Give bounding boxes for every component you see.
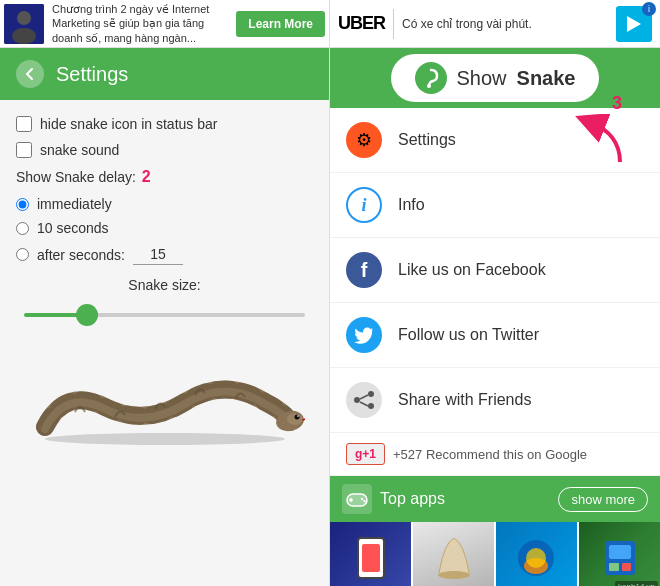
settings-title: Settings	[56, 63, 128, 86]
svg-point-6	[294, 415, 299, 420]
svg-rect-27	[622, 563, 631, 571]
ad-right: UBER Có xe chỉ trong vài phút. i	[330, 0, 660, 47]
snake-sound-checkbox[interactable]	[16, 142, 32, 158]
after-seconds-row: after seconds: 15	[16, 244, 313, 265]
right-panel: Show Snake 3	[330, 48, 660, 586]
svg-point-23	[526, 548, 546, 568]
twitter-menu-label: Follow us on Twitter	[398, 326, 539, 344]
app-thumb-4[interactable]: kenh14.vn	[579, 522, 660, 586]
main-content: Settings hide snake icon in status bar s…	[0, 48, 660, 586]
svg-line-13	[360, 402, 368, 406]
menu-item-info[interactable]: i Info	[330, 173, 660, 238]
snake-label: Snake	[517, 67, 576, 90]
slider-container	[16, 303, 313, 321]
hide-snake-checkbox[interactable]	[16, 116, 32, 132]
after-seconds-radio[interactable]	[16, 248, 29, 261]
app-thumb-3[interactable]	[496, 522, 577, 586]
menu-item-share[interactable]: Share with Friends	[330, 368, 660, 433]
app-thumb-2[interactable]	[413, 522, 494, 586]
menu-item-twitter[interactable]: Follow us on Twitter	[330, 303, 660, 368]
show-label: Show	[457, 67, 507, 90]
svg-rect-17	[349, 499, 353, 501]
show-snake-button[interactable]: Show Snake	[391, 54, 600, 102]
ad-text: Chương trình 2 ngày về Internet Marketin…	[52, 2, 228, 45]
facebook-menu-label: Like us on Facebook	[398, 261, 546, 279]
back-button[interactable]	[16, 60, 44, 88]
uber-text: Có xe chỉ trong vài phút.	[402, 17, 608, 31]
arrow-icon	[570, 114, 630, 164]
twitter-icon	[346, 317, 382, 353]
immediately-row: immediately	[16, 196, 313, 212]
settings-body: hide snake icon in status bar snake soun…	[0, 100, 329, 586]
info-icon: i	[346, 187, 382, 223]
snake-svg	[25, 357, 305, 447]
svg-point-7	[297, 415, 299, 417]
snake-size-label: Snake size:	[16, 277, 313, 293]
badge-2: 2	[142, 168, 151, 186]
arrow-annotation: 3	[570, 93, 630, 164]
svg-point-11	[368, 403, 374, 409]
immediately-radio[interactable]	[16, 198, 29, 211]
snake-sound-label: snake sound	[40, 142, 119, 158]
svg-point-1	[17, 11, 31, 25]
settings-icon: ⚙	[346, 122, 382, 158]
learn-more-button[interactable]: Learn More	[236, 11, 325, 37]
gamepad-icon	[342, 484, 372, 514]
svg-point-18	[361, 498, 363, 500]
top-apps-title: Top apps	[380, 490, 550, 508]
svg-point-2	[12, 28, 36, 44]
svg-point-9	[368, 391, 374, 397]
ten-seconds-radio[interactable]	[16, 222, 29, 235]
kenh14-badge: kenh14.vn	[615, 581, 658, 586]
svg-rect-25	[609, 545, 631, 559]
immediately-label: immediately	[37, 196, 112, 212]
recommend-text: +527 Recommend this on Google	[393, 447, 587, 462]
svg-point-20	[438, 571, 470, 579]
after-seconds-label: after seconds:	[37, 247, 125, 263]
google-recommend: g+1 +527 Recommend this on Google	[330, 433, 660, 476]
svg-point-8	[427, 84, 431, 88]
settings-header: Settings	[0, 48, 329, 100]
hide-snake-label: hide snake icon in status bar	[40, 116, 217, 132]
svg-point-10	[354, 397, 360, 403]
facebook-icon: f	[346, 252, 382, 288]
svg-rect-26	[609, 563, 619, 571]
badge-3: 3	[612, 93, 622, 114]
uber-play-button[interactable]: i	[616, 6, 652, 42]
info-menu-label: Info	[398, 196, 425, 214]
show-more-button[interactable]: show more	[558, 487, 648, 512]
delay-label: Show Snake delay: 2	[16, 168, 313, 186]
svg-point-19	[363, 500, 365, 502]
left-panel: Settings hide snake icon in status bar s…	[0, 48, 330, 586]
uber-info-badge: i	[642, 2, 656, 16]
menu-item-facebook[interactable]: f Like us on Facebook	[330, 238, 660, 303]
google-plus-button[interactable]: g+1	[346, 443, 385, 465]
ten-seconds-label: 10 seconds	[37, 220, 109, 236]
share-menu-label: Share with Friends	[398, 391, 531, 409]
svg-point-3	[45, 433, 285, 445]
snake-sound-row: snake sound	[16, 142, 313, 158]
ad-left: Chương trình 2 ngày về Internet Marketin…	[0, 0, 330, 47]
menu-list: ⚙ Settings i Info f Like us on Facebook …	[330, 108, 660, 586]
after-seconds-input[interactable]: 15	[133, 244, 183, 265]
show-snake-bar: Show Snake 3	[330, 48, 660, 108]
svg-point-5	[287, 413, 303, 425]
hide-snake-row: hide snake icon in status bar	[16, 116, 313, 132]
uber-logo: UBER	[338, 13, 385, 34]
settings-menu-label: Settings	[398, 131, 456, 149]
ad-bar: Chương trình 2 ngày về Internet Marketin…	[0, 0, 660, 48]
snake-icon	[415, 62, 447, 94]
snake-image	[16, 337, 313, 457]
top-apps-bar: Top apps show more	[330, 476, 660, 522]
app-thumb-1[interactable]	[330, 522, 411, 586]
uber-divider	[393, 9, 394, 39]
share-icon	[346, 382, 382, 418]
snake-size-slider[interactable]	[24, 313, 305, 317]
ten-seconds-row: 10 seconds	[16, 220, 313, 236]
app-thumbnails: kenh14.vn	[330, 522, 660, 586]
svg-line-12	[360, 395, 368, 399]
ad-avatar	[4, 4, 44, 44]
